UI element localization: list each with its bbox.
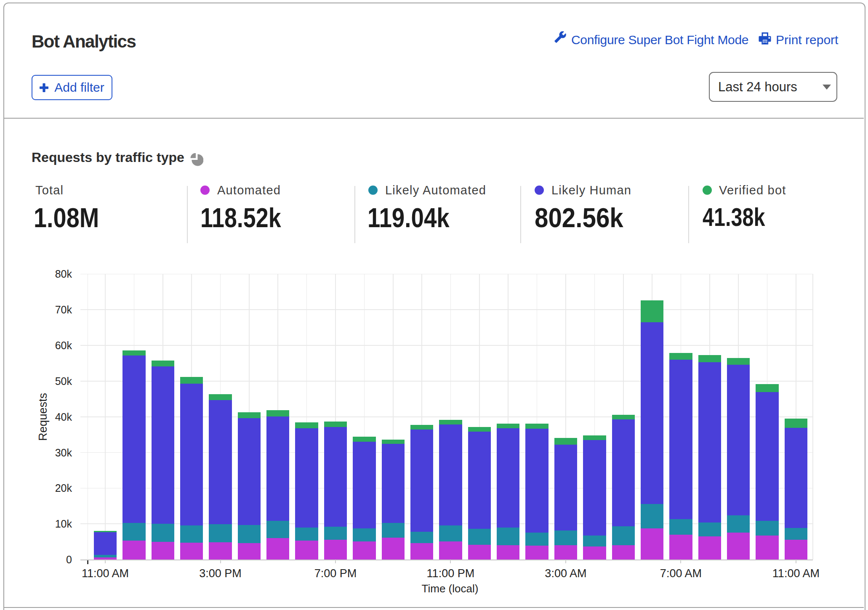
svg-text:50k: 50k (55, 375, 72, 387)
svg-text:80k: 80k (55, 268, 72, 280)
svg-text:Time (local): Time (local) (422, 582, 479, 595)
svg-text:40k: 40k (55, 411, 72, 423)
svg-text:11:00 PM: 11:00 PM (427, 567, 475, 580)
svg-text:3:00 PM: 3:00 PM (199, 567, 242, 580)
svg-text:11:00 AM: 11:00 AM (772, 567, 820, 580)
svg-text:10k: 10k (55, 518, 72, 530)
svg-text:7:00 PM: 7:00 PM (314, 567, 357, 580)
svg-text:11:00 AM: 11:00 AM (82, 567, 129, 580)
svg-text:0: 0 (66, 554, 72, 565)
svg-text:60k: 60k (55, 339, 72, 351)
svg-text:30k: 30k (55, 447, 72, 459)
svg-text:7:00 AM: 7:00 AM (660, 567, 702, 580)
svg-text:3:00 AM: 3:00 AM (545, 567, 586, 580)
svg-text:70k: 70k (55, 304, 72, 316)
svg-text:20k: 20k (55, 482, 72, 494)
svg-text:Requests: Requests (37, 393, 49, 441)
